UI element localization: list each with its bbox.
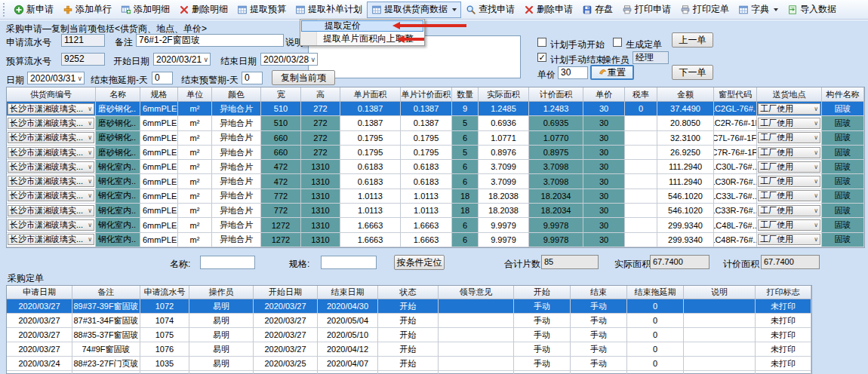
request-no-field[interactable]: 1121 xyxy=(61,34,105,47)
table-cell[interactable]: 手动 xyxy=(514,342,571,357)
table-cell[interactable]: 长沙市潇湘玻璃实...∨ xyxy=(7,116,96,130)
chevron-down-icon[interactable]: ∨ xyxy=(812,134,820,141)
cell-combo[interactable]: 长沙市潇湘玻璃实...∨ xyxy=(8,147,94,158)
table-cell[interactable]: 1.0113 xyxy=(401,189,452,204)
column-header[interactable]: 宽 xyxy=(261,87,301,102)
table-cell[interactable]: 手动 xyxy=(571,299,627,314)
table-cell[interactable]: LC30L-76#... xyxy=(714,160,757,174)
column-header[interactable]: 供货商编号 xyxy=(7,87,96,102)
table-cell[interactable]: m² xyxy=(178,218,212,232)
column-header[interactable]: 数量 xyxy=(452,87,479,102)
cell-combo[interactable]: 工厂使用∨ xyxy=(758,161,820,173)
column-header[interactable]: 打印标志 xyxy=(756,286,811,299)
cell-combo[interactable]: 工厂使用∨ xyxy=(758,132,820,143)
table-cell[interactable]: 工厂使用∨ xyxy=(757,116,822,130)
table-cell[interactable]: 0.1387 xyxy=(340,102,401,116)
next-order-button[interactable]: 下一单 xyxy=(672,65,713,80)
table-cell[interactable]: 1310 xyxy=(301,174,340,189)
chevron-down-icon[interactable]: ∨ xyxy=(202,56,208,63)
table-cell[interactable]: 6 xyxy=(452,174,479,189)
table-cell[interactable] xyxy=(625,204,657,218)
table-cell[interactable]: 30 xyxy=(583,116,625,130)
chevron-down-icon[interactable]: ∨ xyxy=(75,75,82,82)
table-cell[interactable]: 手动 xyxy=(514,299,571,314)
column-header[interactable]: 说明 xyxy=(684,286,756,299)
chevron-down-icon[interactable]: ∨ xyxy=(86,222,94,228)
budget-no-field[interactable]: 9252 xyxy=(61,53,105,66)
print-request-button[interactable]: 打印申请 xyxy=(617,2,676,18)
table-cell[interactable]: 0 xyxy=(627,328,684,342)
dictionary-button[interactable]: 字典 xyxy=(734,2,783,18)
table-cell[interactable]: 18.2034 xyxy=(529,204,583,218)
table-cell[interactable]: 1272 xyxy=(261,233,301,247)
table-cell[interactable]: 1272 xyxy=(261,218,301,232)
table-cell[interactable]: 6 xyxy=(452,131,479,146)
table-cell[interactable]: 272 xyxy=(301,116,340,130)
table-cell[interactable]: 0.1795 xyxy=(401,131,452,146)
column-header[interactable]: 单位 xyxy=(178,87,212,102)
table-cell[interactable]: 异地合片 xyxy=(212,189,261,204)
table-cell[interactable] xyxy=(684,328,756,342)
table-cell[interactable]: 272 xyxy=(301,131,340,146)
locate-by-condition-button[interactable]: 按条件定位 xyxy=(394,255,445,270)
table-cell[interactable]: 0.6183 xyxy=(340,160,401,174)
table-cell[interactable]: 18.2034 xyxy=(529,189,583,204)
table-cell[interactable]: 1310 xyxy=(301,160,340,174)
new-request-button[interactable]: 新申请 xyxy=(9,2,58,18)
table-row[interactable]: 长沙市潇湘玻璃实...∨磨砂钢化..6mmPLE...m²异地合片6602720… xyxy=(7,146,864,160)
table-cell[interactable]: 1072 xyxy=(140,299,189,314)
table-cell[interactable] xyxy=(625,218,657,232)
chevron-down-icon[interactable]: ∨ xyxy=(812,106,820,112)
table-cell[interactable]: 2020/03/27 xyxy=(7,314,72,328)
table-cell[interactable] xyxy=(625,131,657,146)
table-cell[interactable]: 0.6183 xyxy=(401,174,452,189)
table-cell[interactable]: 磨砂钢化.. xyxy=(96,146,140,160)
table-row[interactable]: 2020/03/2488#23-27F门页玻1035易明2020/03/2520… xyxy=(7,357,811,371)
end-date-picker[interactable]: 2020/03/28∨ xyxy=(260,53,318,66)
chevron-down-icon[interactable]: ∨ xyxy=(86,236,94,243)
table-cell[interactable]: 1075 xyxy=(140,328,189,342)
table-cell[interactable]: 长沙市潇湘玻璃实...∨ xyxy=(7,146,96,160)
table-cell[interactable]: m² xyxy=(178,204,212,218)
dropdown-caret-icon[interactable] xyxy=(452,8,457,11)
chevron-down-icon[interactable]: ∨ xyxy=(812,236,820,243)
cell-combo[interactable]: 长沙市潇湘玻璃实...∨ xyxy=(8,176,94,187)
chevron-down-icon[interactable]: ∨ xyxy=(86,164,94,170)
column-header[interactable]: 结束 xyxy=(571,286,627,299)
table-cell[interactable] xyxy=(571,371,627,374)
chevron-down-icon[interactable]: ∨ xyxy=(812,178,820,185)
table-cell[interactable]: 长沙市潇湘玻璃实...∨ xyxy=(7,233,96,247)
find-request-button[interactable]: 查找申请 xyxy=(461,2,519,18)
table-cell[interactable]: 开始 xyxy=(378,342,439,357)
table-cell[interactable]: 0 xyxy=(627,357,684,371)
table-cell[interactable]: 9.9979 xyxy=(479,218,529,232)
table-cell[interactable]: 3.7098 xyxy=(529,160,583,174)
table-cell[interactable]: 1.6663 xyxy=(401,233,452,247)
table-cell[interactable]: 0 xyxy=(627,299,684,314)
table-cell[interactable]: 9 xyxy=(452,102,479,116)
remark-field[interactable]: 76#1-2F窗固玻 xyxy=(136,34,284,47)
table-cell[interactable] xyxy=(439,299,514,314)
table-cell[interactable]: 开始 xyxy=(378,328,439,342)
table-cell[interactable]: 9.9978 xyxy=(529,233,583,247)
cell-combo[interactable]: 长沙市潇湘玻璃实...∨ xyxy=(8,132,94,143)
table-row[interactable]: 2020/03/2774#9F窗固玻1076易明2020/03/272020/0… xyxy=(7,342,811,357)
table-cell[interactable]: m² xyxy=(178,131,212,146)
table-cell[interactable]: 1.6663 xyxy=(340,218,401,232)
cell-combo[interactable]: 工厂使用∨ xyxy=(758,118,820,129)
table-cell[interactable]: 固玻 xyxy=(822,116,864,130)
table-cell[interactable]: 2020/03/27 xyxy=(7,299,72,314)
table-cell[interactable]: 6mmPLE... xyxy=(140,146,178,160)
dropdown-caret-icon[interactable] xyxy=(774,8,778,11)
column-header[interactable]: 单片面积 xyxy=(340,87,401,102)
table-cell[interactable]: 6mmPLE... xyxy=(140,116,178,130)
table-cell[interactable] xyxy=(684,371,756,374)
table-cell[interactable]: 0 xyxy=(627,314,684,328)
chevron-down-icon[interactable]: ∨ xyxy=(86,149,94,156)
end-warning-field[interactable]: 0 xyxy=(242,72,263,84)
table-cell[interactable]: 0.1795 xyxy=(401,146,452,160)
plan-manual-end-checkbox[interactable]: ✓ xyxy=(537,53,546,62)
table-cell[interactable]: 工厂使用∨ xyxy=(757,204,822,218)
table-cell[interactable]: LC7L-76#-1FO xyxy=(714,131,757,146)
table-cell[interactable]: 89#37-39F窗固玻 xyxy=(72,299,140,314)
